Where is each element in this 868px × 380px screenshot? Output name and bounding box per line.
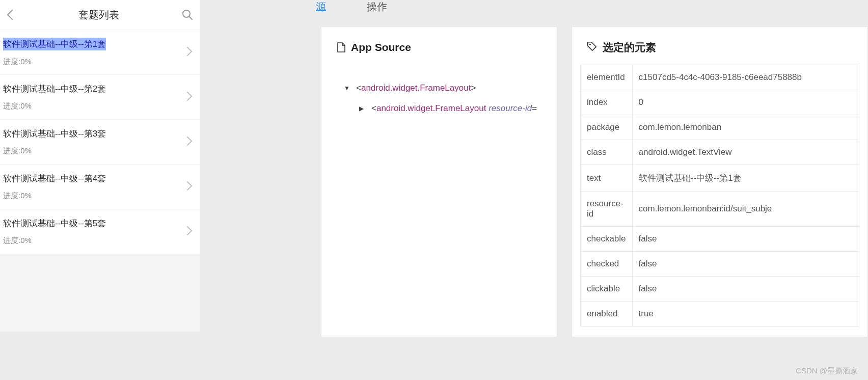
table-row: text软件测试基础--中级--第1套 — [581, 165, 859, 192]
attr-key: enabled — [581, 302, 633, 327]
attr-value: 软件测试基础--中级--第1套 — [632, 165, 859, 192]
selected-element-panel: 选定的元素 elementIdc1507cd5-4c4c-4063-9185-c… — [572, 26, 868, 337]
table-row: elementIdc1507cd5-4c4c-4063-9185-c6eead7… — [581, 65, 859, 90]
app-source-header: App Source — [321, 27, 557, 63]
tag-icon — [586, 41, 598, 55]
xml-tag: android.widget.FrameLayout — [361, 83, 471, 93]
table-row: classandroid.widget.TextView — [581, 140, 859, 165]
attr-value: true — [632, 302, 859, 327]
attr-key: clickable — [581, 277, 633, 302]
phone-preview: 套题列表 软件测试基础--中级--第1套进度:0%软件测试基础--中级--第2套… — [0, 0, 200, 332]
table-row: clickablefalse — [581, 277, 859, 302]
page-title: 套题列表 — [78, 8, 119, 22]
attr-key: index — [581, 90, 633, 115]
list-item-progress: 进度:0% — [3, 236, 192, 246]
search-icon[interactable] — [181, 9, 194, 21]
attr-key: text — [581, 165, 633, 192]
list-item-progress: 进度:0% — [3, 57, 192, 67]
source-tree: ▼ <android.widget.FrameLayout> ▶ <androi… — [321, 63, 557, 114]
attr-key: class — [581, 140, 633, 165]
phone-header: 套题列表 — [0, 0, 200, 30]
table-row: resource-idcom.lemon.lemonban:id/suit_su… — [581, 192, 859, 227]
selected-element-header: 选定的元素 — [572, 27, 867, 62]
watermark: CSDN @墨撕酒家 — [796, 366, 858, 376]
expand-icon[interactable]: ▶ — [359, 105, 366, 112]
list-item-title: 软件测试基础--中级--第2套 — [3, 83, 106, 95]
attr-value: false — [632, 227, 859, 252]
attr-key: resource-id — [581, 192, 633, 227]
attr-key: elementId — [581, 65, 633, 90]
attr-value: android.widget.TextView — [632, 140, 859, 165]
svg-point-2 — [589, 43, 591, 45]
list-item-progress: 进度:0% — [3, 191, 192, 201]
chevron-right-icon — [186, 135, 193, 149]
list-item-title: 软件测试基础--中级--第1套 — [3, 38, 106, 50]
collapse-icon[interactable]: ▼ — [344, 85, 351, 92]
list-item-progress: 进度:0% — [3, 146, 192, 156]
attr-value: 0 — [632, 90, 859, 115]
app-source-title: App Source — [351, 41, 411, 53]
tab-source[interactable]: 源 — [316, 0, 326, 11]
list-item[interactable]: 软件测试基础--中级--第2套进度:0% — [0, 75, 200, 120]
list-item[interactable]: 软件测试基础--中级--第4套进度:0% — [0, 165, 200, 209]
xml-tag: android.widget.FrameLayout — [376, 103, 486, 113]
back-icon[interactable] — [6, 10, 16, 20]
table-row: checkablefalse — [581, 227, 859, 252]
phone-list: 软件测试基础--中级--第1套进度:0%软件测试基础--中级--第2套进度:0%… — [0, 30, 200, 254]
list-item-title: 软件测试基础--中级--第5套 — [3, 218, 106, 229]
attr-value: false — [632, 252, 859, 277]
list-item-progress: 进度:0% — [3, 101, 192, 111]
chevron-right-icon — [186, 90, 193, 104]
list-item[interactable]: 软件测试基础--中级--第5套进度:0% — [0, 209, 200, 254]
chevron-right-icon — [186, 225, 193, 239]
attr-value: com.lemon.lemonban:id/suit_subje — [632, 192, 859, 227]
table-row: packagecom.lemon.lemonban — [581, 115, 859, 140]
selected-element-title: 选定的元素 — [603, 40, 656, 55]
app-source-panel: App Source ▼ <android.widget.FrameLayout… — [321, 26, 557, 337]
document-icon — [337, 42, 346, 52]
tree-node[interactable]: ▶ <android.widget.FrameLayout resource-i… — [359, 103, 547, 114]
chevron-right-icon — [186, 45, 193, 60]
tab-action[interactable]: 操作 — [367, 0, 387, 11]
svg-line-1 — [189, 16, 192, 19]
attribute-table: elementIdc1507cd5-4c4c-4063-9185-c6eead7… — [580, 65, 859, 327]
tree-node[interactable]: ▼ <android.widget.FrameLayout> — [344, 83, 547, 93]
attr-key: checked — [581, 252, 633, 277]
attr-value: false — [632, 277, 859, 302]
attr-key: checkable — [581, 227, 633, 252]
table-row: checkedfalse — [581, 252, 859, 277]
attr-key: package — [581, 115, 633, 140]
list-item-title: 软件测试基础--中级--第4套 — [3, 173, 106, 184]
tabs-bar: 源 操作 — [316, 0, 387, 11]
attr-value: c1507cd5-4c4c-4063-9185-c6eead75888b — [632, 65, 859, 90]
xml-attr-name: resource-id — [489, 103, 532, 113]
table-row: enabledtrue — [581, 302, 859, 327]
list-item[interactable]: 软件测试基础--中级--第1套进度:0% — [0, 30, 200, 75]
list-item[interactable]: 软件测试基础--中级--第3套进度:0% — [0, 120, 200, 165]
table-row: index0 — [581, 90, 859, 115]
attr-value: com.lemon.lemonban — [632, 115, 859, 140]
chevron-right-icon — [186, 180, 193, 194]
list-item-title: 软件测试基础--中级--第3套 — [3, 128, 106, 140]
